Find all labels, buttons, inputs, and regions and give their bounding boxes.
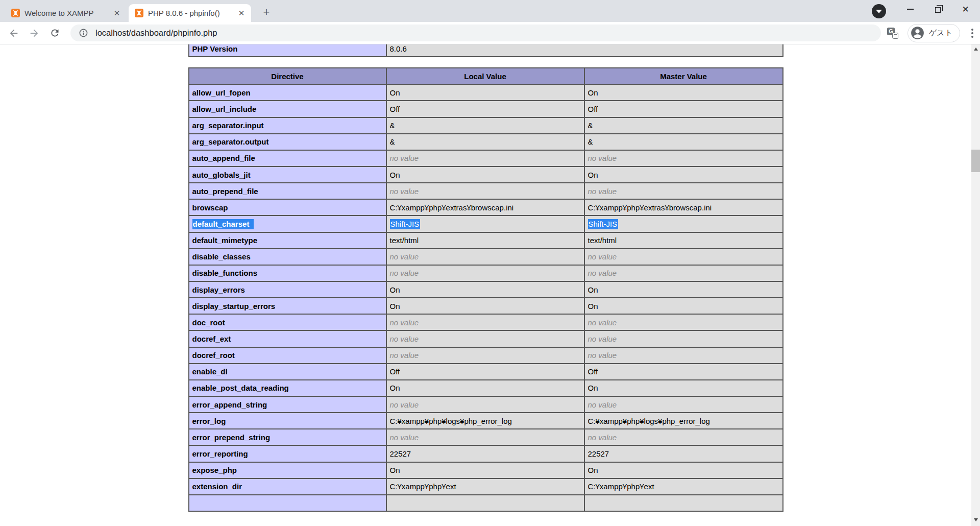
master-value-cell: no value [584, 396, 783, 413]
local-value-cell: no value [386, 265, 584, 281]
local-value-cell: On [386, 298, 584, 314]
tab-welcome-xampp[interactable]: Welcome to XAMPP ✕ [5, 4, 127, 22]
tab-close-icon[interactable]: ✕ [112, 9, 121, 18]
directive-cell: error_log [189, 413, 386, 429]
master-value-cell: Off [584, 101, 783, 117]
table-row: doc_root no value no value [189, 314, 783, 330]
back-button[interactable] [5, 25, 22, 42]
local-value-cell: no value [386, 330, 584, 347]
local-value-cell: C:¥xampp¥php¥ext [386, 479, 584, 495]
master-value-cell: no value [584, 265, 783, 281]
directive-cell: auto_prepend_file [189, 183, 386, 199]
browser-toolbar: localhost/dashboard/phpinfo.php G ゲスト [0, 22, 980, 44]
master-value-cell: & [584, 117, 783, 134]
profile-button[interactable]: ゲスト [908, 24, 960, 42]
table-row: display_errors On On [189, 281, 783, 298]
table-row: disable_functions no value no value [189, 265, 783, 281]
new-tab-button[interactable]: + [259, 6, 274, 20]
forward-button[interactable] [26, 25, 43, 42]
local-value-cell: no value [386, 347, 584, 364]
address-bar[interactable]: localhost/dashboard/phpinfo.php [70, 25, 881, 41]
table-row: disable_classes no value no value [189, 249, 783, 265]
scroll-down-button[interactable] [971, 515, 980, 524]
master-value-cell: text/html [584, 232, 783, 249]
local-value-cell: C:¥xampp¥php¥extras¥browscap.ini [386, 199, 584, 216]
directive-cell: doc_root [189, 314, 386, 330]
scrollbar-thumb[interactable] [971, 150, 980, 172]
restore-icon [935, 7, 941, 13]
vertical-scrollbar[interactable] [971, 44, 980, 526]
directive-cell: error_reporting [189, 445, 386, 462]
local-value-cell: & [386, 134, 584, 150]
directive-cell: docref_ext [189, 330, 386, 347]
window-close-button[interactable]: ✕ [953, 0, 977, 18]
local-value-cell: On [386, 462, 584, 479]
table-row: allow_url_fopen On On [189, 84, 783, 101]
local-value-cell: On [386, 84, 584, 101]
tab-search-button[interactable] [872, 4, 886, 18]
table-row: auto_globals_jit On On [189, 166, 783, 183]
directive-cell: auto_append_file [189, 150, 386, 166]
browser-window: Welcome to XAMPP ✕ PHP 8.0.6 - phpinfo()… [0, 0, 980, 526]
version-value-cell: 8.0.6 [386, 44, 783, 57]
local-value-cell: C:¥xampp¥php¥logs¥php_error_log [386, 413, 584, 429]
local-value-cell: Off [386, 364, 584, 380]
toolbar-right: G ゲスト [887, 24, 977, 42]
directive-cell: display_startup_errors [189, 298, 386, 314]
master-value-cell: On [584, 380, 783, 396]
master-value-cell: On [584, 84, 783, 101]
translate-icon[interactable]: G [887, 28, 898, 39]
table-header-row: Directive Local Value Master Value [189, 68, 783, 84]
table-row: error_reporting 22527 22527 [189, 445, 783, 462]
master-value-cell: no value [584, 347, 783, 364]
table-row: auto_append_file no value no value [189, 150, 783, 166]
arrow-forward-icon [29, 28, 40, 39]
local-value-cell [386, 495, 584, 511]
directive-cell: arg_separator.input [189, 117, 386, 134]
table-row: error_prepend_string no value no value [189, 429, 783, 445]
master-value-cell: no value [584, 429, 783, 445]
master-value-cell: no value [584, 183, 783, 199]
info-icon [79, 28, 88, 38]
arrow-back-icon [8, 28, 19, 39]
master-value-cell: Off [584, 364, 783, 380]
profile-name: ゲスト [929, 28, 952, 38]
local-value-cell: no value [386, 249, 584, 265]
directive-cell: enable_post_data_reading [189, 380, 386, 396]
directive-cell: allow_url_fopen [189, 84, 386, 101]
table-row: default_mimetype text/html text/html [189, 232, 783, 249]
master-value-cell: C:¥xampp¥php¥ext [584, 479, 783, 495]
master-value-cell: 22527 [584, 445, 783, 462]
master-value-cell: On [584, 281, 783, 298]
local-value-cell: On [386, 281, 584, 298]
scroll-up-button[interactable] [971, 44, 980, 53]
tab-close-icon[interactable]: ✕ [237, 9, 246, 18]
php-directive-table: Directive Local Value Master Value allow… [188, 67, 783, 512]
column-header-local-value: Local Value [386, 68, 584, 84]
table-row: enable_dl Off Off [189, 364, 783, 380]
table-row: allow_url_include Off Off [189, 101, 783, 117]
master-value-cell: no value [584, 150, 783, 166]
table-row: docref_ext no value no value [189, 330, 783, 347]
page-content: PHP Version 8.0.6 Directive Local Value … [0, 44, 971, 526]
refresh-button[interactable] [46, 25, 63, 42]
directive-cell [189, 495, 386, 511]
local-value-cell: Off [386, 101, 584, 117]
master-value-cell: C:¥xampp¥php¥logs¥php_error_log [584, 413, 783, 429]
table-row: arg_separator.input & & [189, 117, 783, 134]
local-value-cell: no value [386, 183, 584, 199]
master-value-cell [584, 495, 783, 511]
directive-cell: display_errors [189, 281, 386, 298]
local-value-cell: no value [386, 396, 584, 413]
directive-cell: disable_functions [189, 265, 386, 281]
version-label-cell: PHP Version [189, 44, 386, 57]
window-restore-button[interactable] [926, 0, 950, 18]
browser-menu-button[interactable] [967, 27, 977, 39]
tab-phpinfo[interactable]: PHP 8.0.6 - phpinfo() ✕ [129, 4, 251, 22]
directive-cell: error_prepend_string [189, 429, 386, 445]
table-row: error_log C:¥xampp¥php¥logs¥php_error_lo… [189, 413, 783, 429]
master-value-cell: On [584, 462, 783, 479]
window-minimize-button[interactable] [898, 0, 922, 18]
table-row: error_append_string no value no value [189, 396, 783, 413]
minimize-icon [907, 9, 914, 10]
